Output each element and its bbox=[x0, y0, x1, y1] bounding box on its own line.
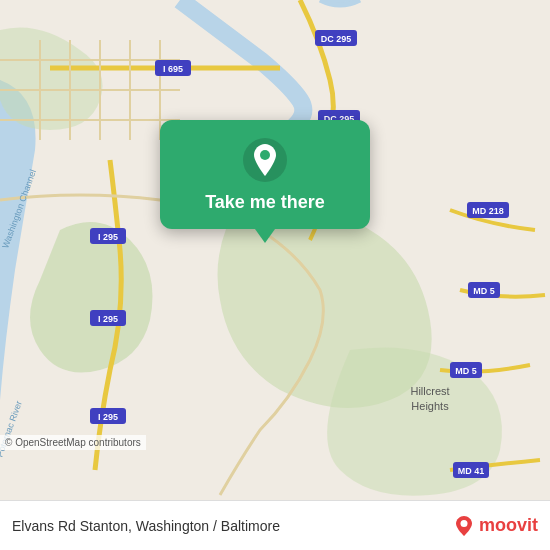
take-me-there-label: Take me there bbox=[205, 192, 325, 213]
map-container: I 695 DC 295 DC 295 MD 218 MD 5 MD 5 I 2… bbox=[0, 0, 550, 500]
svg-text:I 695: I 695 bbox=[163, 64, 183, 74]
svg-point-35 bbox=[260, 150, 270, 160]
svg-text:MD 5: MD 5 bbox=[455, 366, 477, 376]
address-label: Elvans Rd Stanton, Washington / Baltimor… bbox=[12, 518, 280, 534]
take-me-there-button[interactable]: Take me there bbox=[160, 120, 370, 229]
svg-text:DC 295: DC 295 bbox=[321, 34, 352, 44]
bottom-bar: Elvans Rd Stanton, Washington / Baltimor… bbox=[0, 500, 550, 550]
svg-text:I 295: I 295 bbox=[98, 412, 118, 422]
svg-text:I 295: I 295 bbox=[98, 232, 118, 242]
moovit-label: moovit bbox=[479, 515, 538, 536]
svg-text:MD 41: MD 41 bbox=[458, 466, 485, 476]
svg-text:MD 218: MD 218 bbox=[472, 206, 504, 216]
svg-text:Hillcrest: Hillcrest bbox=[410, 385, 449, 397]
svg-point-36 bbox=[460, 520, 467, 527]
osm-credit: © OpenStreetMap contributors bbox=[0, 435, 146, 450]
svg-text:Heights: Heights bbox=[411, 400, 449, 412]
moovit-pin-icon bbox=[453, 515, 475, 537]
location-pin-icon bbox=[243, 138, 287, 182]
svg-text:I 295: I 295 bbox=[98, 314, 118, 324]
moovit-logo: moovit bbox=[453, 515, 538, 537]
svg-text:MD 5: MD 5 bbox=[473, 286, 495, 296]
osm-credit-text: © OpenStreetMap contributors bbox=[5, 437, 141, 448]
